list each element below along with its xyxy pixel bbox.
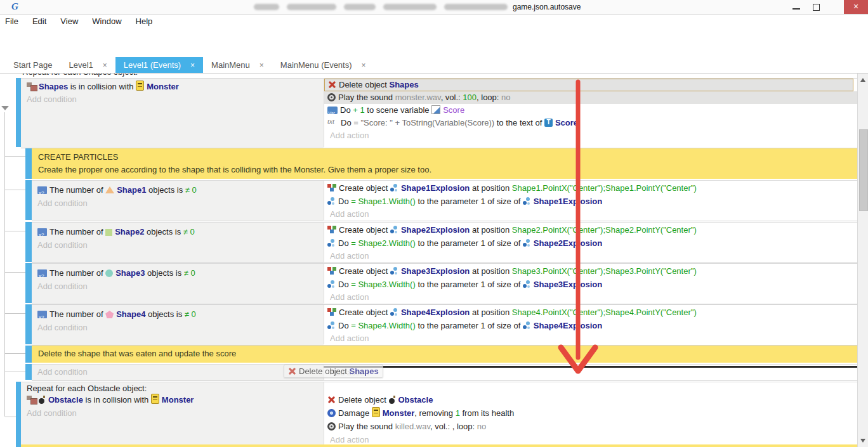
sound-icon — [327, 422, 336, 431]
text-segment: to the text of — [494, 118, 544, 127]
scene-var-icon — [431, 105, 440, 114]
event-handle — [25, 263, 32, 303]
menu-window[interactable]: Window — [85, 16, 128, 26]
text-segment: Shape4Explosion — [534, 321, 602, 330]
condition-row[interactable]: Obstacle is in collision with Monster — [23, 394, 319, 406]
condition-row[interactable]: Shapes is in collision with Monster — [23, 81, 319, 93]
action-row[interactable]: Create object Shape4Explosion at positio… — [324, 306, 857, 319]
repeat-header: Repeat for each Obstacle object: — [23, 382, 319, 395]
collision-icon — [27, 82, 36, 91]
text-segment: Shape2Explosion — [534, 238, 602, 248]
text-segment: Create object — [339, 308, 390, 317]
tree-line — [5, 372, 25, 372]
action-row[interactable]: Delete object Obstacle — [324, 394, 857, 406]
title-bar: G game.json.autosave × — [0, 0, 868, 15]
comment-block[interactable]: CREATE PARTICLES Create the proper one a… — [32, 148, 857, 179]
tree-line — [5, 272, 25, 273]
text-segment: Shape1 — [117, 185, 146, 195]
shape3-icon — [105, 269, 113, 277]
add-action-link[interactable]: Add action — [327, 291, 369, 304]
particles-icon — [390, 308, 398, 316]
tab-level1-events[interactable]: Level1 (Events)× — [115, 57, 203, 73]
text-segment: Create object — [339, 225, 390, 235]
menu-edit[interactable]: Edit — [25, 16, 53, 26]
text-segment: 1 — [456, 408, 460, 418]
tab-mainmenu[interactable]: MainMenu× — [203, 57, 272, 73]
action-row[interactable]: Do = Shape1.Width() to the parameter 1 o… — [324, 195, 857, 208]
close-tab-icon[interactable]: × — [190, 61, 195, 70]
tab-level1[interactable]: Level1× — [60, 57, 115, 73]
text-segment: Play the sound — [338, 422, 395, 431]
event-handle — [16, 78, 21, 147]
action-row[interactable]: Damage Monster, removing 1 from its heal… — [324, 407, 857, 420]
vertical-scrollbar[interactable] — [857, 74, 868, 447]
action-row[interactable]: Do = "Score: " + ToString(Variable(Score… — [324, 117, 857, 129]
tab-mainmenu-events[interactable]: MainMenu (Events)× — [272, 57, 374, 73]
action-row[interactable]: Play the sound monster.wav, vol.: 100, l… — [324, 91, 857, 104]
restore-button[interactable] — [807, 0, 826, 14]
action-row[interactable]: Create object Shape3Explosion at positio… — [324, 265, 857, 278]
event-handle — [16, 382, 21, 444]
comment-block[interactable]: Delete the shape that was eaten and upda… — [32, 346, 857, 363]
text-segment: Do — [338, 238, 351, 248]
particles-icon — [523, 197, 531, 205]
text-segment: Shape3Explosion — [534, 280, 602, 289]
add-action-link[interactable]: Add action — [327, 250, 369, 262]
add-condition-link[interactable]: Add condition — [23, 407, 77, 420]
scrollbar-thumb[interactable] — [859, 129, 868, 211]
text-segment: ≠ 0 — [183, 227, 195, 236]
add-condition-link[interactable]: Add condition — [34, 197, 88, 210]
condition-row[interactable]: The number of Shape2 objects is ≠ 0 — [34, 226, 323, 238]
bomb-icon — [389, 396, 396, 404]
text-segment: The number of — [49, 227, 105, 236]
action-row[interactable]: Do = Shape3.Width() to the parameter 1 o… — [324, 278, 857, 291]
tab-bar: Start Page Level1× Level1 (Events)× Main… — [0, 57, 868, 74]
close-tab-icon[interactable]: × — [103, 61, 107, 70]
tab-start-page[interactable]: Start Page — [5, 57, 60, 73]
minimize-button[interactable] — [787, 0, 806, 14]
scroll-down-icon[interactable] — [860, 439, 865, 443]
delete-icon — [288, 367, 296, 375]
condition-row[interactable]: The number of Shape4 objects is ≠ 0 — [34, 308, 323, 321]
text-segment: ≠ 0 — [184, 268, 195, 278]
text-segment: Obstacle — [398, 395, 433, 405]
menu-help[interactable]: Help — [129, 16, 160, 26]
event-handle — [25, 222, 32, 262]
add-action-link[interactable]: Add action — [327, 208, 369, 221]
add-condition-link[interactable]: Add condition — [23, 93, 77, 106]
action-row[interactable]: Do + 1 to scene variable Score — [324, 104, 857, 117]
text-segment: at position — [470, 308, 512, 317]
text-segment: The number of — [49, 268, 105, 278]
text-segment: objects is — [146, 185, 185, 195]
events-sheet: Repeat for each Shapes object: Shapes is… — [0, 74, 857, 447]
action-row-selected[interactable]: Delete object Shapes — [324, 79, 853, 91]
add-condition-link[interactable]: Add condition — [34, 280, 88, 293]
text-segment: Do — [338, 280, 351, 289]
condition-row[interactable]: The number of Shape1 objects is ≠ 0 — [34, 184, 323, 197]
add-action-link[interactable]: Add action — [327, 332, 369, 345]
close-tab-icon[interactable]: × — [362, 61, 366, 70]
scroll-up-icon[interactable] — [860, 78, 865, 82]
particles-icon — [327, 239, 336, 247]
close-tab-icon[interactable]: × — [260, 61, 264, 70]
action-row[interactable]: Create object Shape1Explosion at positio… — [324, 182, 857, 195]
close-button[interactable]: × — [844, 0, 868, 14]
partial-comment-block[interactable] — [21, 444, 857, 447]
add-condition-link[interactable]: Add condition — [34, 366, 88, 379]
action-row[interactable]: Create object Shape2Explosion at positio… — [324, 224, 857, 236]
collapse-arrow-icon[interactable] — [1, 106, 9, 110]
action-row[interactable]: Do = Shape2.Width() to the parameter 1 o… — [324, 237, 857, 250]
add-action-link[interactable]: Add action — [327, 129, 369, 142]
condition-row[interactable]: The number of Shape3 objects is ≠ 0 — [34, 267, 323, 280]
text-segment: killed.wav — [395, 422, 430, 431]
add-condition-link[interactable]: Add condition — [34, 321, 88, 334]
add-condition-link[interactable]: Add condition — [34, 239, 88, 252]
menu-file[interactable]: File — [0, 16, 25, 26]
menu-view[interactable]: View — [53, 16, 85, 26]
bomb-icon — [39, 396, 46, 404]
action-row[interactable]: Play the sound killed.wav, vol.: , loop:… — [324, 420, 857, 433]
action-row[interactable]: Do = Shape4.Width() to the parameter 1 o… — [324, 320, 857, 332]
text-segment: , loop: — [477, 93, 501, 102]
comment-title: CREATE PARTICLES — [38, 152, 118, 162]
redacted-title-segment — [383, 4, 437, 10]
